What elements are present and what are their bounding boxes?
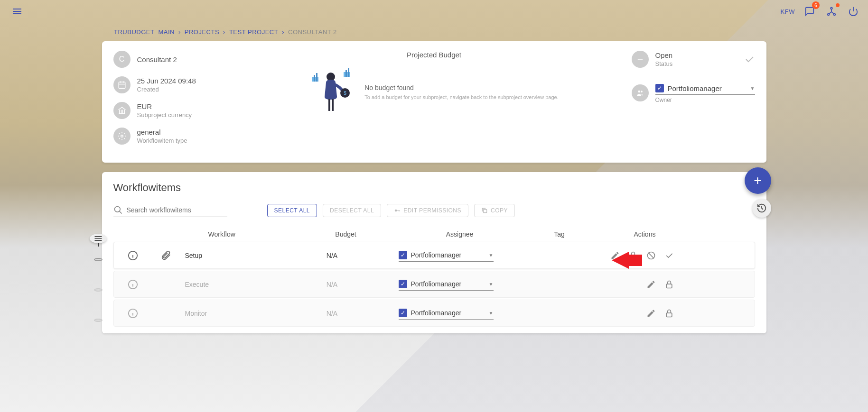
chevron-down-icon: ▼ bbox=[489, 282, 494, 287]
owner-label: Owner bbox=[655, 97, 755, 103]
no-budget-title: No budget found bbox=[364, 84, 558, 92]
notification-badge: 6 bbox=[812, 1, 820, 9]
network-button[interactable] bbox=[824, 4, 839, 18]
topbar: KFW 6 bbox=[0, 0, 868, 23]
history-button[interactable] bbox=[752, 199, 771, 218]
gear-icon bbox=[113, 128, 131, 145]
chevron-right-icon: › bbox=[178, 28, 181, 36]
breadcrumb: TRUBUDGET MAIN › PROJECTS › TEST PROJECT… bbox=[0, 23, 868, 41]
drag-handle-icon[interactable] bbox=[90, 234, 107, 243]
search-icon bbox=[113, 205, 123, 215]
info-icon[interactable] bbox=[119, 279, 147, 290]
workflow-budget: N/A bbox=[285, 281, 380, 288]
checkbox-icon: ✓ bbox=[399, 309, 407, 317]
people-icon bbox=[632, 84, 649, 101]
bank-icon bbox=[113, 102, 131, 119]
svg-point-4 bbox=[121, 135, 123, 137]
timeline bbox=[89, 234, 108, 333]
svg-text:$: $ bbox=[344, 91, 346, 96]
workflowitems-title: Workflowitems bbox=[113, 182, 755, 194]
edit-icon[interactable] bbox=[646, 280, 656, 289]
attachment-icon[interactable] bbox=[152, 250, 180, 261]
search-input[interactable] bbox=[127, 206, 227, 214]
select-all-button[interactable]: SELECT ALL bbox=[267, 204, 317, 217]
svg-rect-20 bbox=[484, 209, 487, 212]
edit-icon[interactable] bbox=[646, 309, 656, 318]
calendar-icon bbox=[113, 76, 131, 93]
user-label[interactable]: KFW bbox=[781, 8, 795, 15]
breadcrumb-main[interactable]: MAIN bbox=[158, 28, 175, 36]
assignee-select[interactable]: ✓ Portfoliomanager ▼ bbox=[399, 249, 494, 262]
deselect-all-button: DESELECT ALL bbox=[323, 204, 381, 217]
svg-rect-12 bbox=[328, 99, 330, 111]
check-icon[interactable] bbox=[744, 54, 755, 65]
info-icon[interactable] bbox=[119, 308, 147, 319]
svg-point-19 bbox=[395, 209, 397, 211]
menu-button[interactable] bbox=[8, 2, 27, 21]
currency-label: Subproject currency bbox=[137, 111, 192, 119]
table-row: Setup N/A ✓ Portfoliomanager ▼ bbox=[113, 242, 755, 269]
svg-rect-25 bbox=[666, 284, 672, 288]
workflow-budget: N/A bbox=[285, 252, 380, 259]
check-icon[interactable] bbox=[664, 251, 674, 260]
actions-cell bbox=[584, 309, 679, 318]
breadcrumb-root[interactable]: TRUBUDGET bbox=[114, 28, 154, 36]
owner-select[interactable]: ✓ Portfoliomanager ▼ bbox=[655, 82, 755, 95]
workflow-name: Monitor bbox=[185, 310, 280, 317]
assignee-select[interactable]: ✓ Portfoliomanager ▼ bbox=[399, 278, 494, 291]
col-actions: Actions bbox=[597, 230, 692, 238]
svg-rect-3 bbox=[119, 82, 125, 89]
power-icon bbox=[848, 6, 859, 17]
actions-cell bbox=[584, 280, 679, 289]
col-workflow: Workflow bbox=[199, 230, 294, 238]
svg-point-16 bbox=[638, 90, 640, 92]
minus-icon bbox=[632, 51, 649, 68]
block-icon[interactable] bbox=[646, 251, 656, 260]
currency: EUR bbox=[137, 102, 192, 110]
chevron-right-icon: › bbox=[223, 28, 225, 36]
checkbox-icon: ✓ bbox=[399, 280, 407, 288]
created-date: 25 Jun 2024 09:48 bbox=[137, 77, 196, 85]
table-row: Execute N/A ✓ Portfoliomanager ▼ bbox=[113, 271, 755, 298]
chevron-down-icon: ▼ bbox=[489, 311, 494, 316]
add-workflowitem-button[interactable]: + bbox=[745, 167, 771, 194]
history-icon bbox=[756, 203, 767, 213]
chevron-right-icon: › bbox=[282, 28, 284, 36]
network-icon bbox=[826, 6, 837, 17]
svg-point-0 bbox=[831, 8, 832, 9]
callout-arrow bbox=[612, 252, 629, 269]
chat-button[interactable]: 6 bbox=[803, 4, 817, 18]
no-budget-sub: To add a budget for your subproject, nav… bbox=[364, 94, 558, 100]
table-header: Workflow Budget Assignee Tag Actions bbox=[113, 227, 755, 242]
chevron-down-icon: ▼ bbox=[489, 253, 494, 258]
info-icon[interactable] bbox=[119, 250, 147, 261]
lock-icon[interactable] bbox=[664, 309, 674, 318]
workflow-budget: N/A bbox=[285, 310, 380, 317]
svg-rect-7 bbox=[316, 73, 317, 82]
budget-illustration: $ bbox=[309, 68, 357, 116]
lock-icon[interactable] bbox=[664, 280, 674, 289]
col-assignee: Assignee bbox=[398, 230, 522, 238]
col-budget: Budget bbox=[299, 230, 393, 238]
svg-rect-6 bbox=[314, 75, 315, 82]
created-label: Created bbox=[137, 86, 196, 93]
projected-budget-title: Projected Budget bbox=[256, 51, 613, 59]
avatar: C bbox=[113, 51, 131, 68]
network-dot bbox=[836, 3, 840, 7]
svg-point-17 bbox=[641, 91, 643, 92]
hamburger-icon bbox=[11, 6, 23, 17]
copy-button: COPY bbox=[474, 204, 515, 217]
chevron-down-icon: ▼ bbox=[750, 86, 755, 91]
svg-rect-10 bbox=[348, 68, 349, 77]
breadcrumb-subproject[interactable]: TEST PROJECT bbox=[229, 28, 278, 36]
breadcrumb-projects[interactable]: PROJECTS bbox=[185, 28, 219, 36]
workflow-card: + Workflowitems SELECT ALL DESELECT ALL … bbox=[102, 172, 766, 333]
checkbox-icon: ✓ bbox=[399, 251, 407, 259]
status-label: Status bbox=[655, 60, 673, 67]
edit-permissions-button: EDIT PERMISSIONS bbox=[387, 204, 468, 217]
assignee-select[interactable]: ✓ Portfoliomanager ▼ bbox=[399, 307, 494, 320]
col-tag: Tag bbox=[526, 230, 593, 238]
subproject-title: Consultant 2 bbox=[137, 55, 177, 64]
power-button[interactable] bbox=[846, 4, 860, 18]
workflow-name: Setup bbox=[185, 252, 280, 259]
